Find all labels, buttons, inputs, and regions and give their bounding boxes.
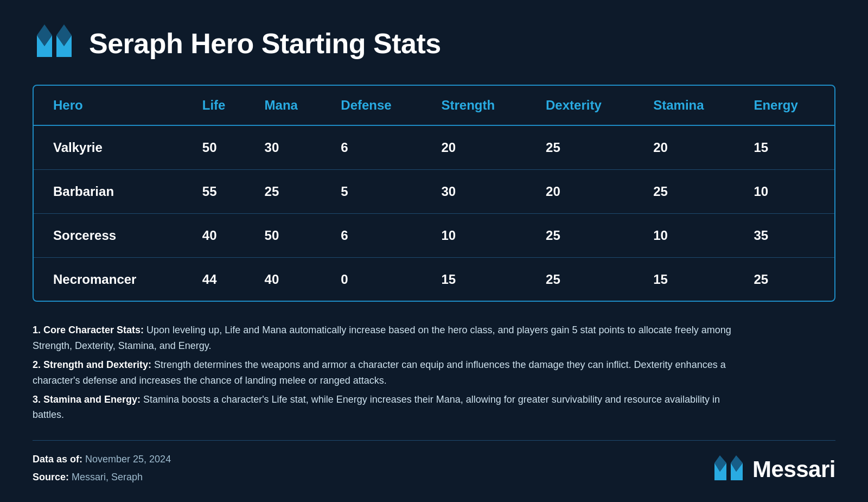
stat-value: 25 bbox=[535, 214, 642, 258]
stat-value: 20 bbox=[535, 170, 642, 214]
stat-value: 35 bbox=[743, 214, 834, 258]
source-value: Messari, Seraph bbox=[72, 472, 143, 482]
table-row: Valkyrie5030620252015 bbox=[34, 125, 834, 170]
stat-value: 50 bbox=[254, 214, 330, 258]
footer-left: Data as of: November 25, 2024 Source: Me… bbox=[33, 450, 171, 486]
stat-value: 6 bbox=[330, 125, 430, 170]
notes-section: 1. Core Character Stats: Upon leveling u… bbox=[33, 317, 738, 435]
stat-value: 6 bbox=[330, 214, 430, 258]
stat-value: 44 bbox=[192, 258, 254, 302]
table-header-row: Hero Life Mana Defense Strength Dexterit… bbox=[34, 86, 834, 125]
hero-name: Barbarian bbox=[34, 170, 192, 214]
stats-table-container: Hero Life Mana Defense Strength Dexterit… bbox=[33, 85, 835, 302]
hero-name: Necromancer bbox=[34, 258, 192, 302]
note-label: 2. Strength and Dexterity: bbox=[33, 359, 151, 370]
hero-name: Sorceress bbox=[34, 214, 192, 258]
note-item: 2. Strength and Dexterity: Strength dete… bbox=[33, 357, 738, 389]
col-hero: Hero bbox=[34, 86, 192, 125]
page-title: Seraph Hero Starting Stats bbox=[89, 27, 441, 60]
data-as-of: Data as of: November 25, 2024 bbox=[33, 450, 171, 468]
note-item: 3. Stamina and Energy: Stamina boosts a … bbox=[33, 392, 738, 423]
stat-value: 30 bbox=[254, 125, 330, 170]
page-container: Seraph Hero Starting Stats Hero Life Man… bbox=[0, 0, 868, 502]
stat-value: 25 bbox=[743, 258, 834, 302]
note-item: 1. Core Character Stats: Upon leveling u… bbox=[33, 322, 738, 354]
col-stamina: Stamina bbox=[642, 86, 743, 125]
stat-value: 10 bbox=[743, 170, 834, 214]
stat-value: 20 bbox=[642, 125, 743, 170]
header: Seraph Hero Starting Stats bbox=[33, 22, 835, 65]
data-as-of-value: November 25, 2024 bbox=[85, 454, 171, 465]
table-row: Sorceress4050610251035 bbox=[34, 214, 834, 258]
col-life: Life bbox=[192, 86, 254, 125]
stat-value: 25 bbox=[535, 125, 642, 170]
stat-value: 15 bbox=[642, 258, 743, 302]
stat-value: 25 bbox=[535, 258, 642, 302]
col-energy: Energy bbox=[743, 86, 834, 125]
footer-logo-icon bbox=[712, 453, 745, 486]
table-row: Barbarian5525530202510 bbox=[34, 170, 834, 214]
stat-value: 40 bbox=[192, 214, 254, 258]
stat-value: 15 bbox=[430, 258, 535, 302]
col-mana: Mana bbox=[254, 86, 330, 125]
stat-value: 20 bbox=[430, 125, 535, 170]
stat-value: 25 bbox=[642, 170, 743, 214]
note-label: 3. Stamina and Energy: bbox=[33, 394, 141, 405]
col-defense: Defense bbox=[330, 86, 430, 125]
stat-value: 10 bbox=[642, 214, 743, 258]
stat-value: 40 bbox=[254, 258, 330, 302]
logo-icon bbox=[33, 22, 76, 65]
stat-value: 30 bbox=[430, 170, 535, 214]
table-row: Necromancer4440015251525 bbox=[34, 258, 834, 302]
table-body: Valkyrie5030620252015Barbarian5525530202… bbox=[34, 125, 834, 301]
divider bbox=[33, 440, 835, 441]
note-label: 1. Core Character Stats: bbox=[33, 325, 144, 335]
stat-value: 0 bbox=[330, 258, 430, 302]
source: Source: Messari, Seraph bbox=[33, 468, 171, 486]
footer-brand: Messari bbox=[752, 456, 835, 482]
footer: Data as of: November 25, 2024 Source: Me… bbox=[33, 450, 835, 486]
stat-value: 50 bbox=[192, 125, 254, 170]
footer-right: Messari bbox=[712, 453, 835, 486]
stat-value: 5 bbox=[330, 170, 430, 214]
stats-table: Hero Life Mana Defense Strength Dexterit… bbox=[34, 86, 834, 301]
col-strength: Strength bbox=[430, 86, 535, 125]
stat-value: 10 bbox=[430, 214, 535, 258]
hero-name: Valkyrie bbox=[34, 125, 192, 170]
col-dexterity: Dexterity bbox=[535, 86, 642, 125]
source-label: Source: bbox=[33, 472, 69, 482]
data-as-of-label: Data as of: bbox=[33, 454, 82, 465]
stat-value: 55 bbox=[192, 170, 254, 214]
stat-value: 15 bbox=[743, 125, 834, 170]
stat-value: 25 bbox=[254, 170, 330, 214]
